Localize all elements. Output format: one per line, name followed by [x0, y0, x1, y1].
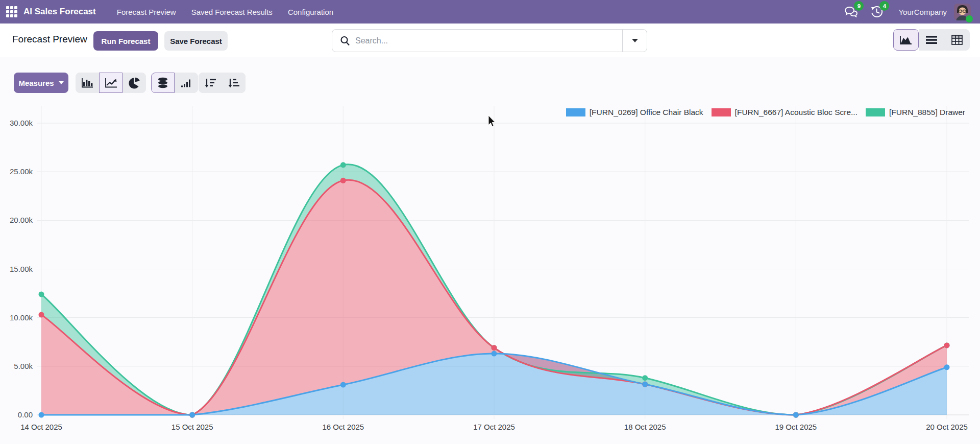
- legend-label: [FURN_8855] Drawer: [889, 108, 965, 117]
- data-point[interactable]: [642, 382, 648, 387]
- line-chart-icon: [105, 78, 117, 88]
- chart-type-group: [76, 73, 146, 93]
- measures-button[interactable]: Measures: [14, 73, 68, 93]
- ascending-bars-icon: [180, 78, 192, 88]
- company-name[interactable]: YourCompany: [898, 8, 947, 16]
- measures-label: Measures: [18, 79, 54, 87]
- stacked-icon: [157, 77, 168, 88]
- forecast-chart[interactable]: 0.005.00k10.00k15.00k20.00k25.00k30.00k1…: [0, 102, 980, 444]
- sort-descending-button[interactable]: [199, 73, 222, 93]
- x-axis-tick-label: 15 Oct 2025: [172, 423, 213, 431]
- data-point[interactable]: [340, 162, 346, 168]
- view-switcher: [893, 29, 970, 51]
- app-name[interactable]: AI Sales Forecast: [23, 7, 96, 17]
- x-axis-tick-label: 18 Oct 2025: [624, 423, 666, 431]
- list-icon: [925, 35, 938, 45]
- data-point[interactable]: [944, 364, 950, 370]
- ai-sales-forecast-app: AI Sales Forecast Forecast Preview Saved…: [0, 0, 980, 444]
- legend-swatch: [712, 108, 731, 116]
- data-point[interactable]: [492, 345, 497, 350]
- pivot-view-button[interactable]: [944, 29, 970, 51]
- line-chart-button[interactable]: [99, 73, 122, 93]
- apps-menu-button[interactable]: [0, 0, 23, 24]
- y-axis-tick-label: 30.00k: [10, 119, 33, 127]
- run-forecast-button[interactable]: Run Forecast: [93, 31, 158, 51]
- series-area-0: [41, 354, 947, 415]
- top-navbar: AI Sales Forecast Forecast Preview Saved…: [0, 0, 980, 24]
- search-input[interactable]: [355, 36, 622, 45]
- chevron-down-icon: [632, 39, 638, 42]
- sort-ascending-button[interactable]: [222, 73, 246, 93]
- data-point[interactable]: [642, 375, 648, 381]
- y-axis-tick-label: 15.00k: [10, 265, 33, 273]
- data-point[interactable]: [340, 178, 346, 183]
- menu-forecast-preview[interactable]: Forecast Preview: [109, 0, 184, 24]
- activities-badge: 4: [879, 1, 889, 11]
- x-axis-tick-label: 14 Oct 2025: [20, 423, 62, 431]
- data-point[interactable]: [39, 312, 44, 317]
- data-point[interactable]: [492, 351, 497, 357]
- y-axis-tick-label: 5.00k: [14, 362, 33, 370]
- menu-configuration[interactable]: Configuration: [280, 0, 341, 24]
- search-field-area[interactable]: [332, 30, 622, 52]
- save-forecast-button[interactable]: Save Forecast: [164, 31, 228, 51]
- sort-asc-icon: [228, 78, 240, 88]
- stack-group: [151, 73, 198, 93]
- data-point[interactable]: [189, 412, 195, 418]
- x-axis-tick-label: 16 Oct 2025: [322, 423, 364, 431]
- search-options-toggle[interactable]: [622, 30, 647, 52]
- bar-chart-icon: [81, 78, 93, 88]
- y-axis-tick-label: 10.00k: [10, 313, 33, 322]
- page-title: Forecast Preview: [12, 34, 87, 45]
- chart-legend: [FURN_0269] Office Chair Black[FURN_6667…: [566, 108, 965, 117]
- menu-saved-forecast-results[interactable]: Saved Forecast Results: [184, 0, 280, 24]
- online-status-dot: [966, 15, 973, 22]
- data-point[interactable]: [39, 412, 44, 418]
- messages-badge: 9: [854, 1, 864, 11]
- data-point[interactable]: [793, 412, 799, 418]
- graph-view-button[interactable]: [893, 29, 919, 51]
- pie-chart-button[interactable]: [122, 73, 146, 93]
- y-axis-tick-label: 25.00k: [10, 167, 33, 176]
- legend-label: [FURN_0269] Office Chair Black: [590, 108, 703, 117]
- x-axis-tick-label: 17 Oct 2025: [473, 423, 515, 431]
- search-icon: [340, 36, 350, 46]
- stacked-toggle-button[interactable]: [151, 73, 175, 93]
- graph-toolbar: Measures: [0, 57, 980, 93]
- list-view-button[interactable]: [919, 29, 944, 51]
- activities-button[interactable]: 4: [868, 3, 885, 20]
- pie-chart-icon: [129, 77, 140, 89]
- sort-desc-icon: [204, 78, 216, 88]
- search-bar: [332, 29, 647, 52]
- apps-grid-icon: [6, 6, 17, 17]
- data-point[interactable]: [340, 382, 346, 387]
- area-chart-icon: [899, 34, 913, 45]
- legend-item-0[interactable]: [FURN_0269] Office Chair Black: [566, 108, 703, 117]
- data-point[interactable]: [39, 291, 44, 297]
- legend-label: [FURN_6667] Acoustic Bloc Scre...: [735, 108, 857, 117]
- y-axis-tick-label: 0.00: [18, 410, 33, 419]
- cumulative-button[interactable]: [175, 73, 198, 93]
- user-avatar[interactable]: [954, 4, 971, 20]
- control-panel: Forecast Preview Run Forecast Save Forec…: [0, 24, 980, 57]
- y-axis-tick-label: 20.00k: [10, 216, 33, 224]
- sort-group: [199, 73, 246, 93]
- bar-chart-button[interactable]: [76, 73, 99, 93]
- messages-button[interactable]: 9: [842, 3, 860, 20]
- data-point[interactable]: [944, 342, 950, 348]
- legend-item-1[interactable]: [FURN_6667] Acoustic Bloc Scre...: [712, 108, 857, 117]
- chart-area: 0.005.00k10.00k15.00k20.00k25.00k30.00k1…: [0, 102, 980, 444]
- x-axis-tick-label: 20 Oct 2025: [926, 423, 968, 431]
- legend-swatch: [566, 108, 585, 116]
- pivot-table-icon: [951, 34, 963, 45]
- x-axis-tick-label: 19 Oct 2025: [775, 423, 817, 431]
- chevron-down-icon: [59, 81, 64, 84]
- legend-item-2[interactable]: [FURN_8855] Drawer: [866, 108, 965, 117]
- legend-swatch: [866, 108, 885, 116]
